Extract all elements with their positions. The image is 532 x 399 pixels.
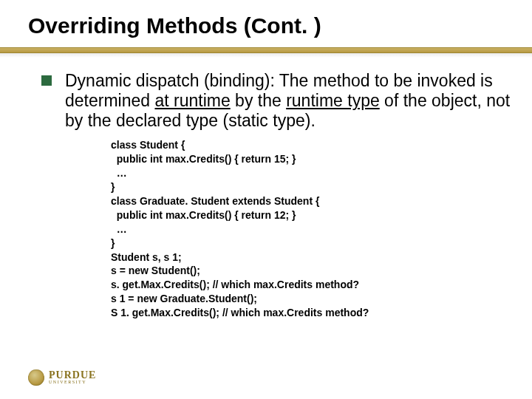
bullet-item: Dynamic dispatch (binding): The method t… <box>41 71 516 131</box>
logo-sub-text: UNIVERSITY <box>49 381 96 384</box>
slide-content: Dynamic dispatch (binding): The method t… <box>41 71 516 320</box>
purdue-logo: PURDUE UNIVERSITY <box>28 369 96 386</box>
square-bullet-icon <box>41 75 52 86</box>
bullet-text: Dynamic dispatch (binding): The method t… <box>65 71 516 131</box>
slide-title: Overriding Methods (Cont. ) <box>28 13 511 38</box>
divider-rule <box>0 47 532 58</box>
code-block: class Student { public int max.Credits()… <box>111 138 516 320</box>
seal-icon <box>28 369 44 386</box>
logo-main-text: PURDUE <box>49 371 96 381</box>
